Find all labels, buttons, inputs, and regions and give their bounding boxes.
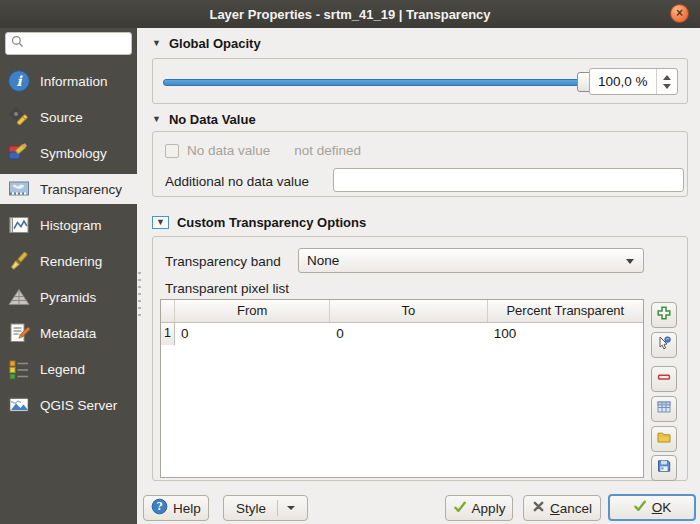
additional-no-data-input[interactable] [333, 168, 684, 192]
chevron-down-icon [626, 259, 634, 264]
add-values-icon [656, 305, 672, 325]
sidebar-item-label: Metadata [40, 326, 96, 341]
sidebar-item-transparency[interactable]: Transparency [0, 174, 137, 204]
sidebar-nav: i Information Source Symbology Transpare… [0, 66, 137, 420]
style-menu-button[interactable]: Style [223, 495, 308, 521]
table-row[interactable]: 1 0 0 100 [161, 323, 643, 345]
import-from-file-button[interactable] [651, 426, 677, 452]
export-file-icon [656, 458, 672, 478]
global-opacity-value: 100,0 % [598, 74, 648, 89]
global-opacity-spinbox[interactable]: 100,0 % [589, 68, 678, 95]
sidebar-item-histogram[interactable]: Histogram [0, 210, 137, 240]
sidebar-item-information[interactable]: i Information [0, 66, 137, 96]
sidebar-item-label: Pyramids [40, 290, 96, 305]
pick-from-map-button[interactable] [651, 332, 677, 358]
section-title: Custom Transparency Options [177, 215, 366, 230]
sidebar-item-qgis-server[interactable]: QGIS Server [0, 390, 137, 420]
spinbox-arrows[interactable] [656, 69, 677, 94]
no-data-value-group: No data value not defined Additional no … [152, 131, 688, 197]
sidebar: i Information Source Symbology Transpare… [0, 28, 137, 524]
additional-no-data-label: Additional no data value [165, 174, 309, 189]
spin-up-icon[interactable] [663, 75, 671, 80]
sidebar-item-label: Source [40, 110, 83, 125]
custom-transparency-header[interactable]: ▼ Custom Transparency Options [152, 215, 366, 230]
collapse-triangle-icon: ▼ [152, 39, 161, 48]
sidebar-item-label: Transparency [40, 182, 122, 197]
search-input[interactable] [28, 37, 124, 51]
sidebar-item-pyramids[interactable]: Pyramids [0, 282, 137, 312]
sidebar-item-label: Histogram [40, 218, 102, 233]
cell-to[interactable]: 0 [330, 323, 487, 345]
global-opacity-header[interactable]: ▼ Global Opacity [152, 36, 261, 51]
cancel-button[interactable]: Cancel [523, 495, 601, 521]
transparency-band-value: None [307, 253, 339, 268]
sidebar-item-metadata[interactable]: Metadata [0, 318, 137, 348]
titlebar: Layer Properties - srtm_41_19 | Transpar… [0, 0, 700, 28]
source-icon [7, 105, 31, 129]
row-number: 1 [161, 323, 175, 345]
window-title: Layer Properties - srtm_41_19 | Transpar… [209, 7, 490, 22]
ok-label: OK [652, 500, 672, 515]
no-data-value-status: not defined [294, 143, 361, 158]
search-icon [10, 34, 25, 53]
section-title: No Data Value [169, 112, 256, 127]
spin-down-icon[interactable] [663, 84, 671, 89]
sidebar-item-label: Rendering [40, 254, 102, 269]
sidebar-item-label: Legend [40, 362, 85, 377]
histogram-icon [7, 213, 31, 237]
sidebar-item-legend[interactable]: Legend [0, 354, 137, 384]
apply-check-icon [453, 500, 467, 517]
default-values-icon [656, 399, 672, 419]
apply-button[interactable]: Apply [445, 495, 513, 521]
sidebar-item-source[interactable]: Source [0, 102, 137, 132]
help-icon: ? [151, 498, 168, 518]
qgis-server-icon [7, 393, 31, 417]
splitter-handle[interactable] [138, 272, 141, 316]
style-label: Style [236, 501, 266, 516]
default-values-button[interactable] [651, 396, 677, 422]
ok-button[interactable]: OK [608, 494, 696, 521]
pick-from-map-icon [656, 335, 672, 355]
sidebar-item-symbology[interactable]: Symbology [0, 138, 137, 168]
sidebar-item-label: Symbology [40, 146, 107, 161]
remove-row-button[interactable] [651, 366, 677, 392]
pyramids-icon [7, 285, 31, 309]
cell-percent[interactable]: 100 [488, 323, 643, 345]
cancel-label: Cancel [550, 501, 592, 516]
section-title: Global Opacity [169, 36, 261, 51]
transparency-band-label: Transparency band [165, 254, 281, 269]
column-header-percent[interactable]: Percent Transparent [488, 300, 643, 322]
global-opacity-slider[interactable] [163, 79, 581, 86]
transparent-pixel-table[interactable]: From To Percent Transparent 1 0 0 100 [160, 299, 644, 478]
layer-properties-dialog: Layer Properties - srtm_41_19 | Transpar… [0, 0, 700, 524]
sidebar-item-rendering[interactable]: Rendering [0, 246, 137, 276]
close-button[interactable]: × [670, 4, 689, 23]
table-header: From To Percent Transparent [161, 300, 643, 323]
sidebar-search[interactable] [5, 32, 132, 55]
cell-from[interactable]: 0 [175, 323, 330, 345]
svg-text:?: ? [157, 500, 163, 512]
ok-check-icon [633, 499, 647, 516]
sidebar-item-label: QGIS Server [40, 398, 117, 413]
chevron-down-icon [287, 506, 295, 510]
collapse-triangle-icon: ▼ [152, 216, 169, 229]
row-number-header [161, 300, 175, 322]
help-label: Help [173, 501, 201, 516]
no-data-value-label: No data value [187, 143, 270, 158]
transparency-band-select[interactable]: None [298, 248, 644, 273]
remove-row-icon [656, 369, 672, 389]
legend-icon [7, 357, 31, 381]
column-header-to[interactable]: To [330, 300, 487, 322]
symbology-icon [7, 141, 31, 165]
export-to-file-button[interactable] [651, 455, 677, 481]
help-button[interactable]: ? Help [143, 495, 209, 521]
close-icon: × [676, 7, 683, 19]
column-header-from[interactable]: From [175, 300, 330, 322]
add-values-button[interactable] [651, 302, 677, 328]
no-data-value-header[interactable]: ▼ No Data Value [152, 112, 256, 127]
no-data-value-checkbox[interactable] [165, 144, 179, 158]
sidebar-item-label: Information [40, 74, 108, 89]
divider [277, 500, 278, 516]
transparency-icon [7, 177, 31, 201]
collapse-triangle-icon: ▼ [152, 115, 161, 124]
